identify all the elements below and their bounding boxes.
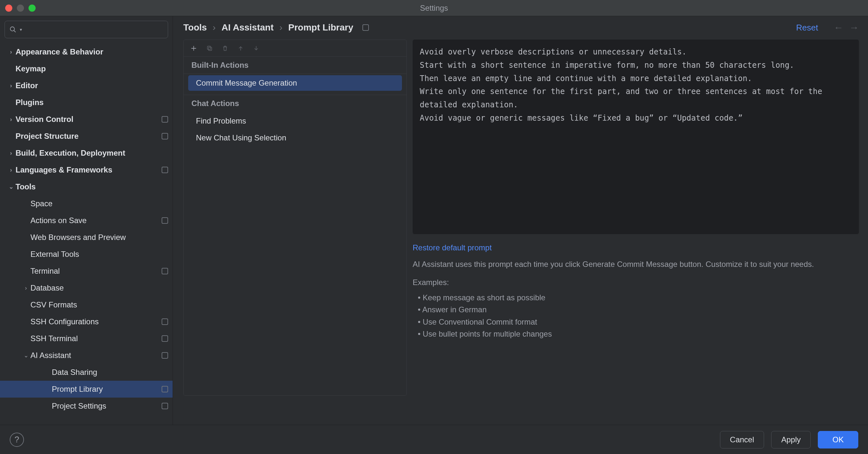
project-scope-badge-icon xyxy=(363,24,369,31)
sidebar-item-ssh-terminal[interactable]: SSH Terminal xyxy=(0,330,173,347)
svg-rect-5 xyxy=(207,46,211,49)
search-icon xyxy=(9,26,17,33)
project-scope-badge-icon xyxy=(162,335,168,342)
settings-tree[interactable]: ›Appearance & BehaviorKeymap›EditorPlugi… xyxy=(0,41,173,425)
sidebar-item-actions-on-save[interactable]: Actions on Save xyxy=(0,212,173,229)
chat-actions-header: Chat Actions xyxy=(184,95,406,112)
sidebar-item-tools[interactable]: ⌄Tools xyxy=(0,178,173,195)
copy-icon[interactable] xyxy=(206,45,213,52)
sidebar-item-space[interactable]: Space xyxy=(0,195,173,212)
project-scope-badge-icon xyxy=(162,403,168,409)
chevron-right-icon[interactable]: › xyxy=(6,49,16,55)
sidebar-item-project-structure[interactable]: Project Structure xyxy=(0,128,173,145)
sidebar-item-label: SSH Terminal xyxy=(30,334,162,343)
search-box[interactable]: ▾ xyxy=(4,21,168,38)
sidebar-item-plugins[interactable]: Plugins xyxy=(0,94,173,111)
svg-point-0 xyxy=(10,27,14,31)
project-scope-badge-icon xyxy=(162,386,168,392)
project-scope-badge-icon xyxy=(162,318,168,325)
sidebar-item-label: CSV Formats xyxy=(30,300,168,309)
chevron-right-icon[interactable]: › xyxy=(21,285,30,291)
prompt-textarea[interactable]: Avoid overly verbose descriptions or unn… xyxy=(413,39,859,234)
sidebar-item-ai-assistant[interactable]: ⌄AI Assistant xyxy=(0,347,173,364)
sidebar-item-label: Tools xyxy=(16,182,168,191)
delete-icon[interactable] xyxy=(222,45,228,52)
chevron-right-icon[interactable]: › xyxy=(6,150,16,157)
maximize-window-button[interactable] xyxy=(29,4,36,12)
sidebar-item-label: Version Control xyxy=(16,115,162,124)
move-up-icon[interactable] xyxy=(238,45,244,52)
sidebar-item-label: Prompt Library xyxy=(52,385,162,394)
breadcrumb-tools[interactable]: Tools xyxy=(183,22,207,33)
chevron-down-icon[interactable]: ⌄ xyxy=(21,352,30,359)
svg-line-1 xyxy=(14,30,16,32)
chevron-right-icon[interactable]: › xyxy=(6,82,16,89)
project-scope-badge-icon xyxy=(162,217,168,224)
actions-toolbar xyxy=(184,40,406,57)
prompt-actions-panel: Built-In Actions Commit Message Generati… xyxy=(183,39,407,396)
reset-link[interactable]: Reset xyxy=(796,23,818,33)
action-find-problems[interactable]: Find Problems xyxy=(188,113,402,129)
sidebar-item-label: External Tools xyxy=(30,250,168,259)
example-item: • Keep message as short as possible xyxy=(413,291,859,304)
titlebar: Settings xyxy=(0,0,868,16)
add-icon[interactable] xyxy=(190,45,197,52)
sidebar-item-external-tools[interactable]: External Tools xyxy=(0,246,173,263)
nav-forward-button[interactable]: → xyxy=(849,22,859,33)
action-new-chat-using-selection[interactable]: New Chat Using Selection xyxy=(188,130,402,146)
sidebar-item-label: Project Structure xyxy=(16,132,162,141)
sidebar-item-project-settings[interactable]: Project Settings xyxy=(0,398,173,415)
cancel-button[interactable]: Cancel xyxy=(720,431,764,449)
sidebar-item-label: Space xyxy=(30,199,168,208)
example-item: • Use Conventional Commit format xyxy=(413,316,859,328)
sidebar-item-web-browsers-and-preview[interactable]: Web Browsers and Preview xyxy=(0,229,173,246)
example-item: • Answer in German xyxy=(413,304,859,315)
sidebar-item-database[interactable]: ›Database xyxy=(0,280,173,296)
move-down-icon[interactable] xyxy=(253,45,259,52)
nav-back-button[interactable]: ← xyxy=(834,22,843,33)
content-area: Tools › AI Assistant › Prompt Library Re… xyxy=(173,16,868,425)
breadcrumb-separator: › xyxy=(213,22,216,33)
sidebar-item-prompt-library[interactable]: Prompt Library xyxy=(0,381,173,398)
example-item: • Use bullet points for multiple changes xyxy=(413,328,859,340)
sidebar-item-label: Data Sharing xyxy=(52,368,168,377)
chevron-down-icon[interactable]: ⌄ xyxy=(6,183,16,190)
apply-button[interactable]: Apply xyxy=(771,431,811,449)
ok-button[interactable]: OK xyxy=(818,431,858,449)
search-input[interactable] xyxy=(25,25,163,34)
minimize-window-button[interactable] xyxy=(17,4,24,12)
dialog-footer: ? Cancel Apply OK xyxy=(0,425,868,454)
help-button[interactable]: ? xyxy=(10,433,24,447)
sidebar-item-editor[interactable]: ›Editor xyxy=(0,77,173,94)
breadcrumb-prompt-library: Prompt Library xyxy=(288,22,353,33)
project-scope-badge-icon xyxy=(162,167,168,173)
sidebar-item-label: SSH Configurations xyxy=(30,317,162,326)
breadcrumb-ai-assistant[interactable]: AI Assistant xyxy=(221,22,274,33)
sidebar-item-label: Appearance & Behavior xyxy=(16,47,168,56)
window-title: Settings xyxy=(420,4,448,12)
close-window-button[interactable] xyxy=(5,4,12,12)
prompt-help-text: AI Assistant uses this prompt each time … xyxy=(413,258,859,270)
sidebar-item-keymap[interactable]: Keymap xyxy=(0,60,173,77)
sidebar-item-csv-formats[interactable]: CSV Formats xyxy=(0,296,173,313)
action-commit-message-generation[interactable]: Commit Message Generation xyxy=(188,75,402,91)
sidebar-item-appearance-behavior[interactable]: ›Appearance & Behavior xyxy=(0,44,173,60)
sidebar-item-ssh-configurations[interactable]: SSH Configurations xyxy=(0,313,173,330)
sidebar-item-label: Actions on Save xyxy=(30,216,162,225)
built-in-actions-header: Built-In Actions xyxy=(184,57,406,74)
restore-default-prompt-link[interactable]: Restore default prompt xyxy=(413,243,859,252)
chevron-right-icon[interactable]: › xyxy=(6,116,16,123)
sidebar-item-terminal[interactable]: Terminal xyxy=(0,263,173,280)
sidebar-item-version-control[interactable]: ›Version Control xyxy=(0,111,173,128)
prompt-detail: Avoid overly verbose descriptions or unn… xyxy=(413,39,859,425)
dropdown-caret-icon: ▾ xyxy=(20,27,22,32)
sidebar-item-languages-frameworks[interactable]: ›Languages & Frameworks xyxy=(0,162,173,178)
sidebar-item-label: Languages & Frameworks xyxy=(16,165,162,174)
examples-header: Examples: xyxy=(413,278,859,287)
sidebar-item-build-execution-deployment[interactable]: ›Build, Execution, Deployment xyxy=(0,145,173,162)
sidebar-item-data-sharing[interactable]: Data Sharing xyxy=(0,364,173,381)
sidebar-item-label: Plugins xyxy=(16,98,168,107)
breadcrumb: Tools › AI Assistant › Prompt Library xyxy=(183,22,369,33)
chevron-right-icon[interactable]: › xyxy=(6,167,16,173)
sidebar-item-label: Terminal xyxy=(30,266,162,276)
